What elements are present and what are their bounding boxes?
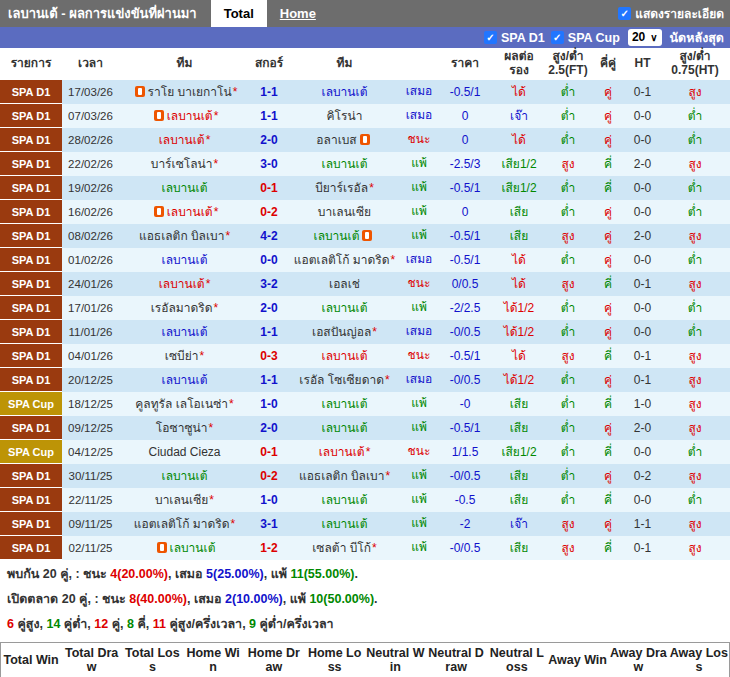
tab-total[interactable]: Total <box>211 0 267 27</box>
league-badge: SPA Cup <box>0 392 62 416</box>
odd-even-cell: คู่ <box>591 224 625 248</box>
handicap-price-cell: -0 <box>437 392 493 416</box>
favorite-star: * <box>214 301 219 315</box>
over-under-ft-cell: สูง <box>545 536 591 560</box>
match-date: 17/01/26 <box>62 296 119 320</box>
summary-segment: 12 <box>94 617 108 631</box>
league-badge: SPA D1 <box>0 272 62 296</box>
spa-cup-checkbox[interactable]: ✓ <box>551 31 564 44</box>
match-row: SPA D109/11/25แอตเลติโก้ มาดริด*3-1เลบาน… <box>0 512 730 536</box>
team-name: เลบานเต้ <box>162 469 208 483</box>
last-matches-label: นัดหลังสุด <box>670 28 724 48</box>
stats-column-header: Total Win <box>1 642 62 677</box>
ht-score-cell: 0-1 <box>625 536 660 560</box>
match-date: 09/11/25 <box>62 512 119 536</box>
score-cell: 3-0 <box>250 152 288 176</box>
favorite-star: * <box>385 469 390 483</box>
team-name: เลบานเต้ <box>162 181 208 195</box>
over-under-ft-cell: ต่ำ <box>545 176 591 200</box>
team-name: บาร์เซโลน่า <box>151 157 213 171</box>
home-team-cell: เลบานเต้ <box>119 248 250 272</box>
score-cell: 1-1 <box>250 368 288 392</box>
handicap-result-cell: เสีย <box>493 464 545 488</box>
summary-segment: คู่ต่ำ, <box>60 617 94 631</box>
match-row: SPA D101/02/26เลบานเต้0-0แอตเลติโก้ มาดร… <box>0 248 730 272</box>
handicap-price-cell: -2.5/3 <box>437 152 493 176</box>
red-card-inner <box>363 136 367 143</box>
match-row: SPA D109/12/25โอซาซูน่า*2-0เลบานเต้แพ้-0… <box>0 416 730 440</box>
column-header-handicap-result: ผลต่อ รอง <box>493 48 545 80</box>
summary-section: พบกัน 20 คู่, : ชนะ 4(20.00%), เสมอ 5(25… <box>0 560 730 642</box>
match-count-select[interactable]: 20 ∨ <box>628 29 662 46</box>
handicap-price-cell: 1/1.5 <box>437 440 493 464</box>
favorite-star: * <box>233 85 238 99</box>
column-header-home-team: ทีม <box>119 48 250 80</box>
league-badge: SPA D1 <box>0 152 62 176</box>
column-header-result <box>401 48 437 80</box>
over-under-ht-cell: สูง <box>660 536 730 560</box>
team-name: โอซาซูน่า <box>156 421 208 435</box>
match-row: SPA D116/02/26เลบานเต้*0-2บาเลนเซียแพ้0เ… <box>0 200 730 224</box>
favorite-star: * <box>372 325 377 339</box>
over-under-ht-cell: ต่ำ <box>660 200 730 224</box>
match-row: SPA D102/11/25เลบานเต้1-2เซลต้า บีโก้*แพ… <box>0 536 730 560</box>
team-name: เลบานเต้ <box>322 349 368 363</box>
result-cell: ชนะ <box>401 272 437 296</box>
score-cell: 2-0 <box>250 128 288 152</box>
score-cell: 0-2 <box>250 464 288 488</box>
stats-column-header: Away Win <box>547 642 608 677</box>
stats-column-header: Total Loss <box>122 642 183 677</box>
over-under-ft-cell: ต่ำ <box>545 488 591 512</box>
away-team-cell: เลบานเต้ <box>288 416 401 440</box>
red-card-icon <box>360 134 370 145</box>
score-cell: 1-1 <box>250 80 288 104</box>
match-row: SPA D120/12/25เลบานเต้1-1เรอัล โซเซียดาด… <box>0 368 730 392</box>
ht-score-cell: 2-0 <box>625 152 660 176</box>
score-cell: 3-1 <box>250 512 288 536</box>
home-team-cell: บาร์เซโลน่า* <box>119 152 250 176</box>
team-name: บาเลนเซีย <box>155 493 208 507</box>
over-under-ft-cell: สูง <box>545 344 591 368</box>
match-date: 09/12/25 <box>62 416 119 440</box>
odd-even-cell: คู่ <box>591 248 625 272</box>
column-header-league: รายการ <box>0 48 62 80</box>
team-name: เลบานเต้ <box>167 109 213 123</box>
over-under-ft-cell: ต่ำ <box>545 464 591 488</box>
team-name: แอตเลติโก้ มาดริด <box>294 253 390 267</box>
handicap-result-cell: เสีย <box>493 200 545 224</box>
tab-home[interactable]: Home <box>267 0 329 27</box>
away-team-cell: แอธเลติก บิลเบา* <box>288 464 401 488</box>
team-name: เลบานเต้ <box>314 229 360 243</box>
away-team-cell: เลบานเต้* <box>288 440 401 464</box>
over-under-ht-cell: ต่ำ <box>660 440 730 464</box>
team-name: บาเลนเซีย <box>318 205 371 219</box>
show-details-checkbox[interactable]: ✓ <box>618 7 631 20</box>
match-row: SPA D111/01/26เลบานเต้1-1เอสปันญ่อล*เสมอ… <box>0 320 730 344</box>
over-under-ft-cell: ต่ำ <box>545 320 591 344</box>
team-name: เลบานเต้ <box>322 517 368 531</box>
match-row: SPA D130/11/25เลบานเต้0-2แอธเลติก บิลเบา… <box>0 464 730 488</box>
over-under-ht-cell: สูง <box>660 416 730 440</box>
spa-d1-label: SPA D1 <box>501 31 545 45</box>
handicap-price-cell: 0 <box>437 128 493 152</box>
result-cell: แพ้ <box>401 488 437 512</box>
favorite-star: * <box>214 109 219 123</box>
handicap-price-cell: -0.5 <box>437 488 493 512</box>
result-cell: ชนะ <box>401 344 437 368</box>
over-under-ht-cell: ต่ำ <box>660 320 730 344</box>
summary-segment: , เสมอ <box>187 592 225 606</box>
favorite-star: * <box>208 421 213 435</box>
stats-header-row: Total WinTotal DrawTotal LossHome WinHom… <box>1 642 730 677</box>
match-row: SPA D108/02/26แอธเลติก บิลเบา*4-2เลบานเต… <box>0 224 730 248</box>
team-name: คูลทูรัล เลโอเนซ่า <box>135 397 228 411</box>
match-date: 16/02/26 <box>62 200 119 224</box>
home-team-cell: บาเลนเซีย* <box>119 488 250 512</box>
score-cell: 3-2 <box>250 272 288 296</box>
spa-d1-checkbox[interactable]: ✓ <box>484 31 497 44</box>
show-details-toggle: ✓ แสดงรายละเอียด <box>618 4 730 23</box>
match-row: SPA D107/03/26เลบานเต้*1-1คิโรน่าเสมอ0เจ… <box>0 104 730 128</box>
match-row: SPA D104/01/26เซบีย่า*0-3เลบานเต้ชนะ-0.5… <box>0 344 730 368</box>
ht-score-cell: 0-0 <box>625 320 660 344</box>
result-cell: แพ้ <box>401 416 437 440</box>
favorite-star: * <box>366 445 371 459</box>
